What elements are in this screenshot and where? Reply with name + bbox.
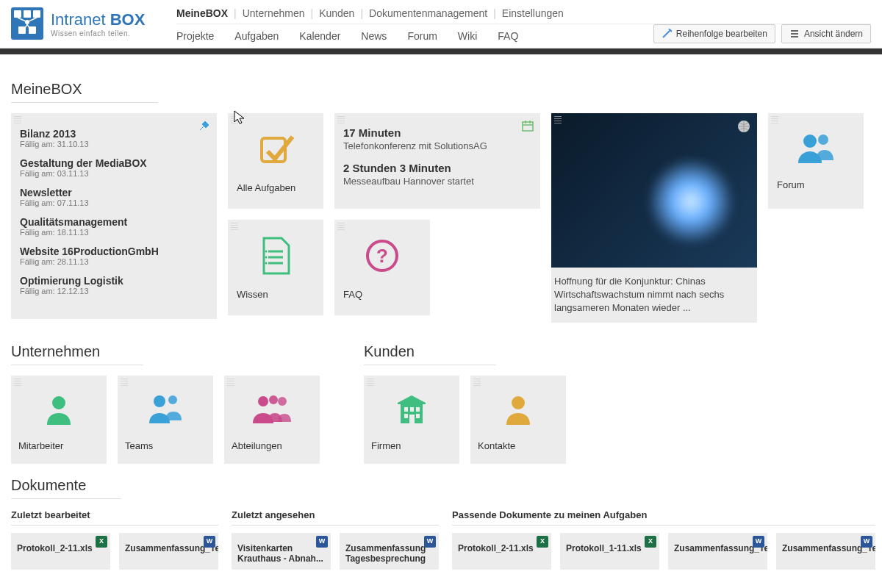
document-tile[interactable]: WZusammenfassung_Telko_4_13.dox <box>668 533 767 570</box>
document-tile[interactable]: WVisitenkarten Krauthaus - Abnah... <box>232 533 331 570</box>
svg-rect-4 <box>18 26 26 34</box>
nav2-projekte[interactable]: Projekte <box>176 30 214 42</box>
wissen-tile[interactable]: Wissen <box>228 220 323 315</box>
svg-point-18 <box>154 395 165 407</box>
nav2-wiki[interactable]: Wiki <box>458 30 477 42</box>
teams-tile[interactable]: Teams <box>118 376 213 464</box>
svg-rect-26 <box>416 407 420 412</box>
news-text: Hoffnung für die Konjunktur: Chinas Wirt… <box>551 268 757 323</box>
question-icon: ? <box>364 237 401 274</box>
tasks-tile[interactable]: Bilanz 2013Fällig am: 31.10.13 Gestaltun… <box>11 113 217 319</box>
document-tile[interactable]: WZusammenfassung Tagesbesprechung <box>340 533 439 570</box>
pin-icon[interactable] <box>198 119 211 132</box>
drag-handle-icon[interactable] <box>231 223 238 230</box>
abteilungen-tile[interactable]: Abteilungen <box>224 376 320 464</box>
drag-handle-icon[interactable] <box>554 116 562 123</box>
word-icon: W <box>316 536 328 548</box>
document-tile[interactable]: XProtokoll_2-11.xls <box>11 533 110 570</box>
drag-handle-icon[interactable] <box>14 116 21 123</box>
task-title: Gestaltung der MediaBOX <box>20 157 208 169</box>
document-tile[interactable]: XProtokoll_2-11.xls <box>452 533 551 570</box>
svg-rect-11 <box>523 122 533 131</box>
nav2-forum[interactable]: Forum <box>407 30 437 42</box>
svg-point-8 <box>265 251 268 253</box>
all-tasks-tile[interactable]: Alle Aufgaben <box>228 113 323 209</box>
nav1-einstellungen[interactable]: Einstellungen <box>502 7 564 19</box>
svg-rect-3 <box>33 10 40 18</box>
word-icon: W <box>753 536 764 548</box>
task-due: Fällig am: 31.10.13 <box>20 140 208 148</box>
people-icon <box>795 131 836 165</box>
primary-nav: MeineBOX| Unternehmen| Kunden| Dokumente… <box>176 7 871 24</box>
globe-icon <box>736 119 751 134</box>
drag-handle-icon[interactable] <box>227 379 234 386</box>
document-tile[interactable]: WZusammenfassung_Telko_4_13.dox <box>119 533 218 570</box>
doc-name: Visitenkarten Krauthaus - Abnah... <box>237 543 323 564</box>
excel-icon: X <box>537 536 548 548</box>
svg-point-30 <box>512 396 525 409</box>
news-tile[interactable]: Hoffnung für die Konjunktur: Chinas Wirt… <box>551 113 757 323</box>
forum-tile[interactable]: Forum <box>768 113 864 209</box>
logo-icon <box>11 7 43 40</box>
drag-handle-icon[interactable] <box>473 379 481 386</box>
nav2-news[interactable]: News <box>361 30 387 42</box>
section-meinebox-title: MeineBOX <box>11 81 158 103</box>
brand-name: Intranet BOX <box>51 10 145 29</box>
doc-group-header: Passende Dokumente zu meinen Aufgaben <box>452 509 875 526</box>
drag-handle-icon[interactable] <box>121 379 128 386</box>
drag-handle-icon[interactable] <box>367 379 374 386</box>
person-icon <box>43 392 75 425</box>
svg-rect-29 <box>409 415 415 423</box>
svg-text:?: ? <box>376 245 388 267</box>
svg-rect-5 <box>29 26 36 34</box>
drag-handle-icon[interactable] <box>14 379 21 386</box>
firmen-tile[interactable]: Firmen <box>364 376 459 464</box>
team-icon <box>145 392 186 425</box>
nav2-aufgaben[interactable]: Aufgaben <box>234 30 279 42</box>
svg-point-10 <box>265 262 268 265</box>
svg-point-19 <box>168 395 177 404</box>
nav1-unternehmen[interactable]: Unternehmen <box>243 7 305 19</box>
task-due: Fällig am: 28.11.13 <box>20 257 208 266</box>
mitarbeiter-tile[interactable]: Mitarbeiter <box>11 376 107 464</box>
nav2-faq[interactable]: FAQ <box>498 30 518 42</box>
reorder-button[interactable]: Reihenfolge bearbeiten <box>653 24 775 43</box>
nav2-kalender[interactable]: Kalender <box>299 30 340 42</box>
brand-tagline: Wissen einfach teilen. <box>51 29 145 37</box>
svg-rect-24 <box>404 407 408 412</box>
task-due: Fällig am: 07.11.13 <box>20 198 208 207</box>
tile-label: Forum <box>777 179 855 190</box>
svg-point-15 <box>803 135 817 148</box>
header: Intranet BOX Wissen einfach teilen. Mein… <box>0 0 882 49</box>
drag-handle-icon[interactable] <box>771 116 778 123</box>
news-image <box>551 113 757 268</box>
faq-tile[interactable]: ? FAQ <box>334 220 430 315</box>
event-text: Messeaufbau Hannover startet <box>343 176 531 187</box>
pencil-icon <box>662 29 672 39</box>
nav1-meinebox[interactable]: MeineBOX <box>176 7 228 19</box>
tile-label: Firmen <box>371 440 452 451</box>
excel-icon: X <box>645 536 656 548</box>
tile-label: Abteilungen <box>232 440 312 451</box>
excel-icon: X <box>96 536 107 548</box>
checkmark-icon <box>257 131 294 168</box>
events-tile[interactable]: 17 MinutenTelefonkonferenz mit Solutions… <box>334 113 540 209</box>
svg-point-16 <box>818 135 828 145</box>
drag-handle-icon[interactable] <box>337 223 345 230</box>
svg-rect-27 <box>404 414 408 418</box>
svg-rect-2 <box>24 10 31 18</box>
divider-bar <box>0 49 882 54</box>
document-tile[interactable]: WZusammenfassung_Telko_3_13.dox <box>776 533 875 570</box>
change-view-button[interactable]: Ansicht ändern <box>781 24 871 43</box>
word-icon: W <box>424 536 436 548</box>
event-text: Telefonkonferenz mit SolutionsAG <box>343 140 531 151</box>
group-icon <box>250 392 294 425</box>
section-unternehmen-title: Unternehmen <box>11 343 143 365</box>
nav1-dokumentenmanagement[interactable]: Dokumentenmanagement <box>369 7 487 19</box>
nav1-kunden[interactable]: Kunden <box>319 7 354 19</box>
drag-handle-icon[interactable] <box>337 116 345 123</box>
brand[interactable]: Intranet BOX Wissen einfach teilen. <box>11 7 176 40</box>
kontakte-tile[interactable]: Kontakte <box>470 376 566 464</box>
document-tile[interactable]: XProtokoll_1-11.xls <box>560 533 659 570</box>
svg-point-20 <box>258 396 268 406</box>
